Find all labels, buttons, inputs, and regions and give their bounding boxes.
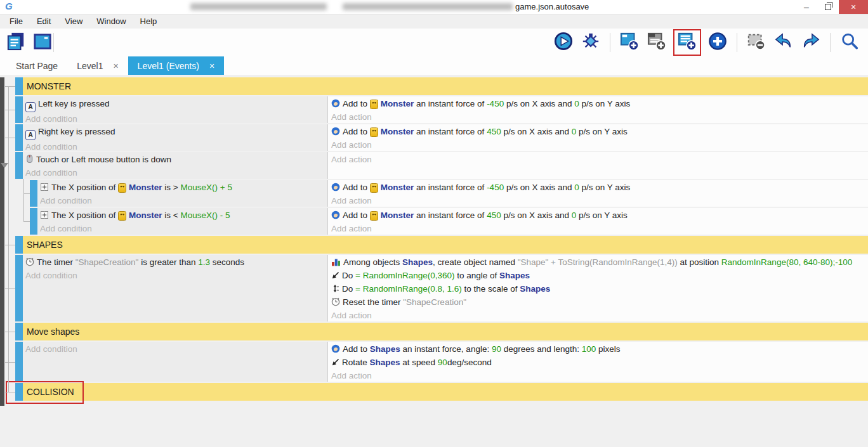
menu-help[interactable]: Help (133, 15, 164, 29)
add-condition[interactable]: Add condition (25, 112, 327, 123)
event-action[interactable]: Add to Monster an instant force of -450 … (331, 181, 868, 194)
event-condition[interactable]: Touch or Left mouse button is down (25, 153, 327, 166)
project-manager-button[interactable] (6, 33, 25, 52)
tree-connector (5, 245, 15, 245)
event-condition[interactable]: The X position of Monster is < MouseX() … (40, 209, 327, 222)
tree-connector (23, 221, 30, 222)
conditions-column: Touch or Left mouse button is downAdd co… (23, 152, 327, 179)
event-bar (15, 236, 23, 254)
add-action[interactable]: Add action (331, 309, 868, 321)
event-bar (15, 152, 23, 179)
add-action[interactable]: Add action (331, 194, 868, 207)
add-action[interactable]: Add action (331, 222, 868, 235)
expander-icon[interactable] (1, 163, 8, 168)
add-condition[interactable]: Add condition (25, 140, 327, 151)
close-button[interactable]: × (839, 0, 868, 14)
event-group-header[interactable]: SHAPES (15, 236, 868, 254)
add-condition[interactable]: Add condition (25, 269, 327, 282)
position-icon (40, 183, 49, 191)
tree-connector (5, 288, 15, 289)
actions-column: Add to Shapes an instant force, angle: 9… (327, 342, 868, 382)
add-action[interactable]: Add action (331, 110, 868, 123)
tab-start-page[interactable]: Start Page (6, 56, 67, 75)
add-action[interactable]: Add action (331, 153, 868, 166)
event-action[interactable]: Add to Monster an instant force of -450 … (331, 97, 868, 110)
add-scene-event-button[interactable] (620, 33, 639, 52)
tab-close-icon[interactable]: × (113, 61, 118, 71)
event-condition[interactable]: ALeft key is pressed (25, 97, 327, 112)
event-block[interactable]: Touch or Left mouse button is downAdd co… (15, 152, 868, 179)
event-condition[interactable]: The X position of Monster is > MouseX() … (40, 181, 327, 194)
event-action[interactable]: Rotate Shapes at speed 90deg/second (331, 356, 868, 369)
search-button[interactable] (840, 33, 859, 52)
event-bar (15, 96, 23, 123)
debug-button[interactable] (581, 33, 600, 52)
menu-window[interactable]: Window (89, 15, 133, 29)
event-group-header[interactable]: MONSTER (15, 77, 868, 95)
group-title[interactable]: SHAPES (23, 236, 868, 254)
menu-edit[interactable]: Edit (30, 15, 58, 29)
tab-close-icon[interactable]: × (209, 61, 214, 71)
event-condition[interactable]: The timer "ShapeCreation" is greater tha… (25, 256, 327, 269)
add-condition[interactable]: Add condition (25, 166, 327, 179)
restore-icon (825, 4, 831, 10)
tab-level1-events-[interactable]: Level1 (Events)× (128, 56, 224, 75)
undo-button[interactable] (774, 33, 793, 52)
monster-icon (370, 100, 378, 109)
add-condition[interactable]: Add condition (25, 342, 327, 356)
remove-event-button[interactable] (747, 33, 766, 52)
event-action[interactable]: Do = RandomInRange(0.8, 1.6) to the scal… (331, 282, 868, 295)
conditions-column: ARight key is pressedAdd condition (23, 124, 327, 151)
monster-icon (370, 127, 378, 137)
event-group-header[interactable]: Move shapes (15, 323, 868, 340)
app-logo-icon: G (5, 1, 13, 11)
project-manager-icon (6, 32, 25, 53)
restore-button[interactable] (817, 0, 839, 14)
menu-view[interactable]: View (58, 15, 89, 29)
group-title[interactable]: COLLISION (23, 383, 868, 401)
event-block[interactable]: The X position of Monster is > MouseX() … (30, 180, 868, 207)
scale-icon (331, 284, 339, 293)
event-bar (15, 124, 23, 151)
group-title[interactable]: Move shapes (23, 323, 868, 340)
conditions-column: ALeft key is pressedAdd condition (23, 96, 327, 123)
add-condition[interactable]: Add condition (40, 194, 327, 207)
add-action[interactable]: Add action (331, 369, 868, 382)
event-action[interactable]: Do = RandomInRange(0,360) to angle of Sh… (331, 269, 868, 282)
toolbar-separator (737, 33, 737, 52)
add-standard-event-button[interactable] (678, 33, 697, 52)
tree-connector (5, 332, 15, 332)
window-title: game.json.autosave (515, 2, 589, 11)
monster-icon (370, 211, 378, 221)
event-block[interactable]: ARight key is pressedAdd conditionAdd to… (15, 124, 868, 151)
redacted-title-text (343, 3, 513, 10)
tree-connector (5, 86, 15, 87)
scene-editor-button[interactable] (33, 33, 52, 52)
force-icon (331, 127, 340, 136)
event-block[interactable]: Add conditionAdd to Shapes an instant fo… (15, 342, 868, 382)
add-comment-button[interactable] (647, 33, 666, 52)
minimize-button[interactable]: – (796, 0, 817, 14)
event-action[interactable]: Add to Monster an instant force of 450 p… (331, 125, 868, 138)
add-circle-button[interactable] (708, 33, 727, 52)
event-block[interactable]: The timer "ShapeCreation" is greater tha… (15, 255, 868, 321)
add-action[interactable]: Add action (331, 138, 868, 151)
toolbar-separator (53, 33, 54, 52)
event-condition[interactable]: ARight key is pressed (25, 125, 327, 140)
menu-file[interactable]: File (3, 15, 30, 29)
tree-connector (5, 110, 15, 110)
tree-line (23, 179, 24, 221)
events-list: MONSTERALeft key is pressedAdd condition… (0, 77, 868, 401)
event-block[interactable]: The X position of Monster is < MouseX() … (30, 208, 868, 235)
event-action[interactable]: Add to Shapes an instant force, angle: 9… (331, 342, 868, 356)
tab-level1[interactable]: Level1× (67, 56, 128, 75)
event-action[interactable]: Reset the timer "ShapeCreation" (331, 295, 868, 309)
event-block[interactable]: ALeft key is pressedAdd conditionAdd to … (15, 96, 868, 123)
redo-button[interactable] (801, 33, 820, 52)
add-condition[interactable]: Add condition (40, 222, 327, 235)
play-button[interactable] (554, 33, 573, 52)
event-action[interactable]: Add to Monster an instant force of 450 p… (331, 209, 868, 222)
event-group-header[interactable]: COLLISION (15, 383, 868, 401)
group-title[interactable]: MONSTER (23, 77, 868, 95)
event-action[interactable]: Among objects Shapes, create object name… (331, 256, 868, 269)
